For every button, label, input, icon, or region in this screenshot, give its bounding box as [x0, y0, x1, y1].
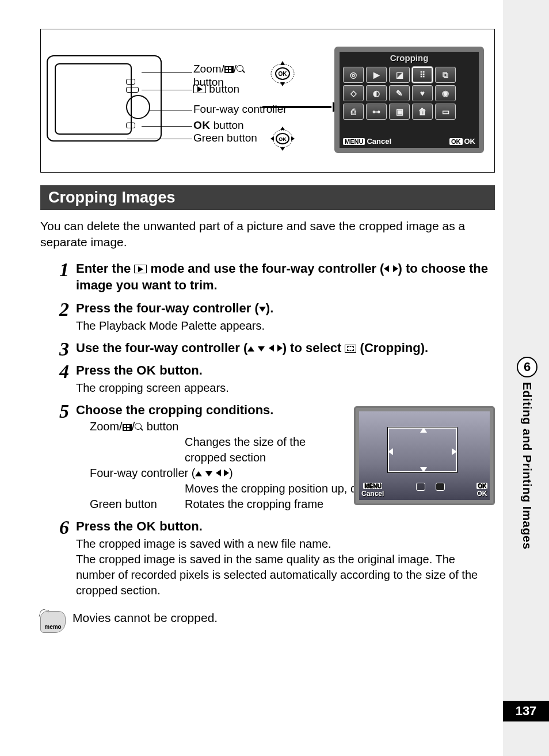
chapter-title: Editing and Printing Images [520, 382, 534, 549]
palette-screen-preview: Cropping ◎▶◪⠿⧉ ◇◐✎♥◉ ⎙⊶▣🗑▭ MENUCancel OK… [334, 47, 484, 153]
camera-diagram: Zoom// button button Four-way controller… [40, 29, 495, 173]
crop-icon [345, 345, 356, 353]
arrow-right-icon [262, 103, 343, 111]
page-content: Zoom// button button Four-way controller… [40, 29, 495, 633]
thumbnail-icon [224, 66, 234, 73]
svg-marker-8 [280, 127, 285, 130]
camera-illustration [47, 55, 162, 142]
memo-note: memo Movies cannot be cropped. [40, 611, 495, 633]
ok-button-label: OK button [193, 119, 244, 132]
svg-marker-3 [280, 61, 285, 65]
svg-text:OK: OK [279, 136, 287, 142]
crop-screen-preview: MENUCancel OKOK [354, 406, 495, 505]
green-button-label: Green button [193, 132, 257, 145]
palette-icon-grid: ◎▶◪⠿⧉ ◇◐✎♥◉ ⎙⊶▣🗑▭ [340, 64, 479, 122]
playback-icon [134, 265, 147, 273]
playback-icon [193, 85, 206, 93]
svg-text:OK: OK [279, 71, 288, 77]
svg-marker-4 [280, 82, 285, 86]
svg-marker-11 [291, 136, 295, 141]
crop-palette-item: ⠿ [412, 67, 433, 83]
svg-marker-10 [270, 136, 274, 141]
steps-list: 1 Enter the mode and use the four-way co… [40, 260, 495, 598]
screen-title: Cropping [340, 52, 479, 64]
memo-icon: memo [40, 611, 66, 633]
playback-button-label: button [193, 83, 239, 96]
sidebar: 6 Editing and Printing Images 137 [503, 0, 549, 756]
magnify-icon [237, 65, 245, 74]
step-6: 6 Press the OK button. The cropped image… [40, 518, 495, 598]
svg-marker-9 [280, 147, 285, 151]
intro-text: You can delete the unwanted part of a pi… [40, 218, 495, 251]
step-4: 4 Press the OK button. The cropping scre… [40, 362, 495, 396]
ok-dpad-icon-all: OK [268, 124, 297, 153]
page-number: 137 [503, 701, 549, 721]
section-heading: Cropping Images [40, 185, 495, 210]
thumbnail-icon [123, 424, 132, 431]
step-2: 2 Press the four-way controller (). The … [40, 300, 495, 334]
memo-text: Movies cannot be cropped. [73, 611, 218, 625]
ok-dpad-icon-vertical: OK [268, 59, 297, 88]
chapter-number-badge: 6 [517, 357, 537, 377]
step-3: 3 Use the four-way controller ( ) to sel… [40, 339, 495, 357]
step-1: 1 Enter the mode and use the four-way co… [40, 260, 495, 294]
magnify-icon [135, 423, 143, 432]
